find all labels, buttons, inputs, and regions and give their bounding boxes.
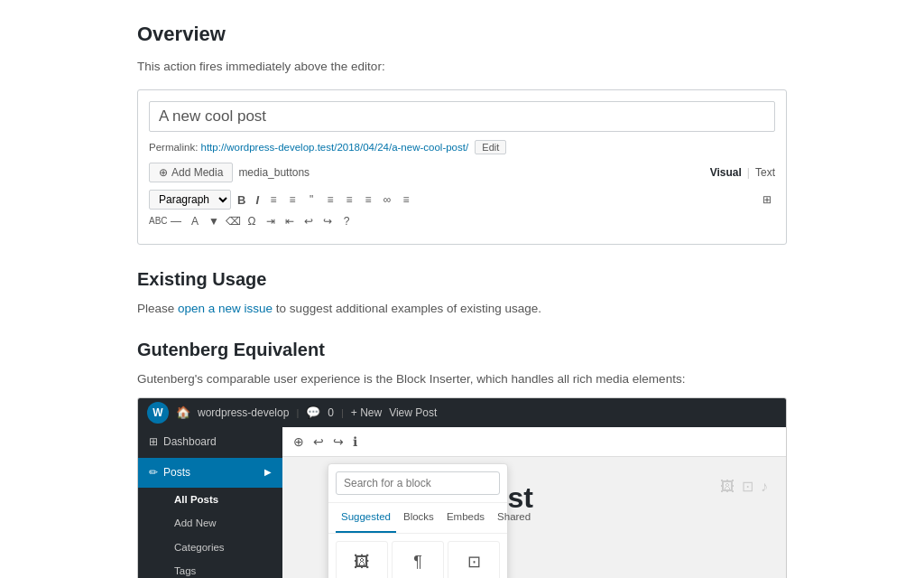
sidebar-label-posts: Posts [163,464,190,481]
gallery-block-icon: ⊡ [467,549,481,575]
gutenberg-desc: Gutenberg's comparable user experience i… [137,369,787,389]
dashboard-icon: ⊞ [149,434,158,451]
gutenberg-content-area: ⊕ ↩ ↪ ℹ Suggested Blocks Embeds [282,427,786,578]
align-left-icon[interactable]: ≡ [322,191,338,208]
tab-blocks[interactable]: Blocks [398,503,439,532]
topbar-comments-icon: 💬 [306,404,320,423]
permalink-link[interactable]: http://wordpress-develop.test/2018/04/24… [201,142,469,153]
block-gallery[interactable]: ⊡ Gallery [448,541,500,578]
ordered-list-icon[interactable]: ≡ [284,191,300,208]
tab-suggested[interactable]: Suggested [336,503,396,532]
gb-undo-button[interactable]: ↩ [311,433,326,451]
open-new-issue-link[interactable]: open a new issue [178,302,273,315]
paste-text-icon[interactable]: ▼ [206,213,222,229]
gb-media-icon-1[interactable]: 🖼 [720,475,735,499]
sidebar-item-all-posts[interactable]: All Posts [163,488,282,511]
gutenberg-section: Gutenberg Equivalent Gutenberg's compara… [137,335,787,578]
sidebar-item-posts[interactable]: ✏ Posts ▶ [138,458,282,488]
gutenberg-editor-toolbar: ⊕ ↩ ↪ ℹ [282,427,786,457]
wp-logo: W [147,402,169,424]
tab-embeds[interactable]: Embeds [441,503,490,532]
posts-arrow-icon: ▶ [264,465,272,480]
sidebar-item-add-new[interactable]: Add New [163,511,282,535]
permalink-row: Permalink: http://wordpress-develop.test… [149,139,775,155]
align-center-icon[interactable]: ≡ [341,191,357,208]
paragraph-block-icon: ¶ [413,549,422,575]
add-media-icon: ⊕ [159,166,168,179]
clear-formatting-icon[interactable]: ⌫ [225,213,241,229]
all-posts-label: All Posts [174,491,218,508]
gb-info-button[interactable]: ℹ [351,433,359,451]
special-char-icon[interactable]: Ω [244,213,260,229]
link-icon[interactable]: ∞ [379,191,395,208]
topbar-site-link[interactable]: wordpress-develop [198,405,289,422]
gb-media-icon-2[interactable]: ⊡ [742,475,753,499]
font-color-icon[interactable]: A [187,213,203,229]
overview-description: This action fires immediately above the … [137,57,787,77]
topbar-comment-count[interactable]: 0 [328,405,334,422]
sidebar-item-dashboard[interactable]: ⊞ Dashboard [138,427,282,457]
topbar-sep1: | [296,406,299,422]
sidebar-posts-submenu: All Posts Add New Categories Tags Topics [138,488,282,578]
visual-tab[interactable]: Visual [710,164,742,182]
gutenberg-sidebar: ⊞ Dashboard ✏ Posts ▶ All Posts Add New [138,427,282,578]
align-right-icon[interactable]: ≡ [360,191,376,208]
visual-text-tabs: Visual | Text [710,164,775,182]
overview-title: Overview [137,18,787,50]
gb-redo-button[interactable]: ↪ [331,433,346,451]
editor-toolbar-row1: Paragraph B I ≡ ≡ " ≡ ≡ ≡ ∞ ≡ ⊞ [149,190,775,210]
bold-button[interactable]: B [234,191,249,209]
more-icon[interactable]: ≡ [398,191,414,208]
text-tab[interactable]: Text [755,164,775,182]
existing-usage-section: Existing Usage Please open a new issue t… [137,265,787,319]
fullscreen-icon[interactable]: ⊞ [759,191,775,208]
post-title-input[interactable] [149,101,775,132]
existing-usage-desc: Please open a new issue to suggest addit… [137,299,787,319]
paragraph-select[interactable]: Paragraph [149,190,231,210]
tab-shared[interactable]: Shared [492,503,536,532]
block-image[interactable]: 🖼 Image [336,541,388,578]
media-buttons-row: ⊕ Add Media media_buttons Visual | Text [149,163,775,182]
gb-media-icon-3[interactable]: ♪ [761,475,768,499]
undo-icon[interactable]: ↩ [300,213,317,229]
blockquote-icon[interactable]: " [303,191,319,208]
gutenberg-topbar: W 🏠 wordpress-develop | 💬 0 | + New View… [138,398,786,427]
abbr-icon[interactable]: ABC [149,213,165,229]
image-block-icon: 🖼 [354,549,370,575]
block-paragraph[interactable]: ¶ Paragraph [392,541,444,578]
existing-usage-title: Existing Usage [137,265,787,294]
permalink-label: Permalink: [149,142,198,153]
indent-icon[interactable]: ⇥ [263,213,279,229]
tab-separator: | [747,164,750,182]
posts-icon: ✏ [149,464,158,481]
editor-toolbar-row2: ABC — A ▼ ⌫ Ω ⇥ ⇤ ↩ ↪ ? [149,213,775,229]
gb-editor-icons-row: 🖼 ⊡ ♪ [720,475,768,499]
overview-section: Overview This action fires immediately a… [137,18,787,245]
gutenberg-title: Gutenberg Equivalent [137,335,787,364]
gb-inserter-button[interactable]: ⊕ [291,433,306,451]
sidebar-label-dashboard: Dashboard [163,434,217,451]
classic-editor-mock: Permalink: http://wordpress-develop.test… [137,89,787,245]
outdent-icon[interactable]: ⇤ [282,213,298,229]
redo-icon[interactable]: ↪ [319,213,336,229]
topbar-sep2: | [341,406,344,422]
media-buttons-left: ⊕ Add Media media_buttons [149,163,310,182]
block-search-area [328,464,507,503]
sidebar-item-categories[interactable]: Categories [163,536,282,559]
topbar-new-link[interactable]: + New [351,405,382,422]
categories-label: Categories [174,539,225,555]
block-search-input[interactable] [336,471,500,495]
existing-usage-after: to suggest additional examples of existi… [273,302,541,315]
add-media-button[interactable]: ⊕ Add Media [149,163,233,182]
media-buttons-placeholder: media_buttons [238,164,310,182]
italic-button[interactable]: I [252,191,263,209]
unordered-list-icon[interactable]: ≡ [265,191,282,208]
sidebar-item-tags[interactable]: Tags [163,559,282,578]
topbar-view-post-link[interactable]: View Post [389,405,437,422]
add-media-label: Add Media [171,166,223,179]
hr-icon[interactable]: — [168,213,184,229]
help-icon[interactable]: ? [338,213,355,229]
gutenberg-body: ⊞ Dashboard ✏ Posts ▶ All Posts Add New [138,427,786,578]
add-new-label: Add New [174,515,217,531]
permalink-edit-button[interactable]: Edit [475,140,506,154]
